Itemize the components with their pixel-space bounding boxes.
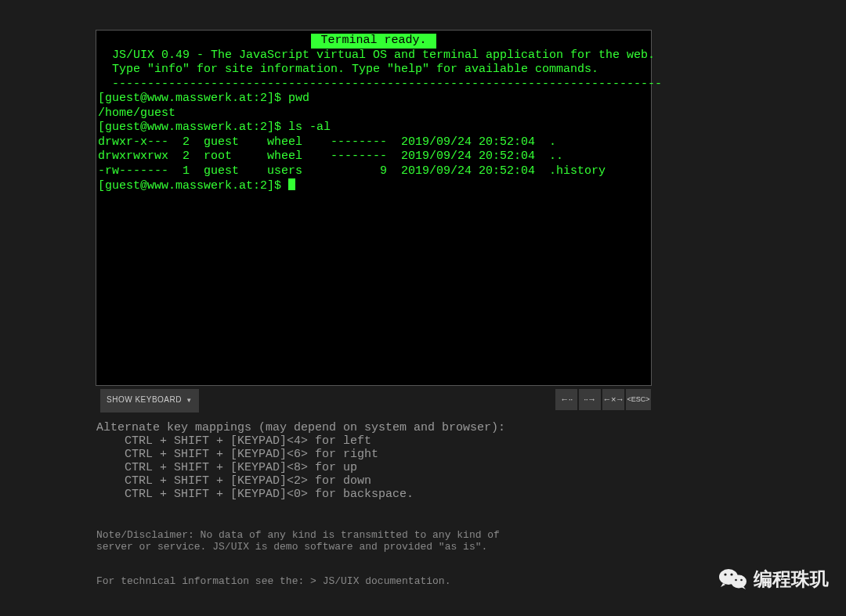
- command-ls: ls -al: [288, 121, 331, 134]
- terminal-window[interactable]: Terminal ready. JS/UIX 0.49 - The JavaSc…: [96, 30, 652, 386]
- escape-button[interactable]: <ESC>: [626, 389, 651, 410]
- svg-point-5: [740, 579, 743, 582]
- svg-point-2: [724, 573, 726, 575]
- command-pwd: pwd: [288, 92, 309, 105]
- disclaimer-line-1: Note/Disclaimer: No data of any kind is …: [96, 529, 660, 541]
- key-mappings-heading: Alternate key mappings (may depend on sy…: [96, 421, 660, 434]
- terminal-prompt-active[interactable]: [guest@www.masswerk.at:2]$: [98, 178, 649, 194]
- key-mapping-up: CTRL + SHIFT + [KEYPAD]<8> for up: [96, 461, 660, 474]
- wechat-icon: [719, 567, 747, 591]
- history-back-button[interactable]: ←··: [555, 389, 577, 410]
- info-text-block: Alternate key mappings (may depend on sy…: [96, 421, 660, 588]
- terminal-title: Terminal ready.: [311, 34, 436, 49]
- key-mapping-left: CTRL + SHIFT + [KEYPAD]<4> for left: [96, 434, 660, 448]
- show-keyboard-label: SHOW KEYBOARD: [107, 395, 182, 404]
- ls-output-row-1: drwxr-x--- 2 guest wheel -------- 2019/0…: [98, 135, 649, 150]
- watermark-text: 编程珠玑: [754, 572, 829, 587]
- show-keyboard-button[interactable]: SHOW KEYBOARD ▼: [100, 389, 199, 412]
- svg-point-4: [735, 579, 737, 582]
- key-mapping-right: CTRL + SHIFT + [KEYPAD]<6> for right: [96, 448, 660, 461]
- ls-output-row-3: -rw------- 1 guest users 9 2019/09/24 20…: [98, 164, 649, 179]
- terminal-prompt-line-1: [guest@www.masswerk.at:2]$ pwd: [98, 92, 649, 106]
- ls-output-row-2: drwxrwxrwx 2 root wheel -------- 2019/09…: [98, 149, 649, 164]
- terminal-output-pwd: /home/guest: [98, 106, 649, 121]
- svg-point-1: [731, 575, 747, 589]
- documentation-link[interactable]: For technical information see the: > JS/…: [96, 575, 660, 588]
- swap-button[interactable]: ←×→: [602, 389, 624, 410]
- watermark: 编程珠玑: [719, 567, 829, 591]
- terminal-divider: ----------------------------------------…: [98, 77, 649, 92]
- prompt: [guest@www.masswerk.at:2]$: [98, 92, 288, 105]
- key-mapping-down: CTRL + SHIFT + [KEYPAD]<2> for down: [96, 474, 660, 488]
- key-mapping-bksp: CTRL + SHIFT + [KEYPAD]<0> for backspace…: [96, 488, 660, 501]
- terminal-intro-2: Type "info" for site information. Type "…: [98, 63, 649, 77]
- prompt: [guest@www.masswerk.at:2]$: [98, 121, 288, 134]
- terminal-intro-1: JS/UIX 0.49 - The JavaScript virtual OS …: [98, 49, 649, 63]
- history-forward-button[interactable]: ··→: [579, 389, 601, 410]
- terminal-prompt-line-2: [guest@www.masswerk.at:2]$ ls -al: [98, 121, 649, 135]
- terminal-toolbar: SHOW KEYBOARD ▼ ←·· ··→ ←×→ <ESC>: [100, 389, 651, 410]
- cursor-icon: [288, 178, 295, 190]
- prompt: [guest@www.masswerk.at:2]$: [98, 179, 288, 193]
- chevron-down-icon: ▼: [186, 397, 192, 404]
- disclaimer-line-2: server or service. JS/UIX is demo softwa…: [96, 541, 660, 553]
- svg-point-3: [730, 573, 732, 575]
